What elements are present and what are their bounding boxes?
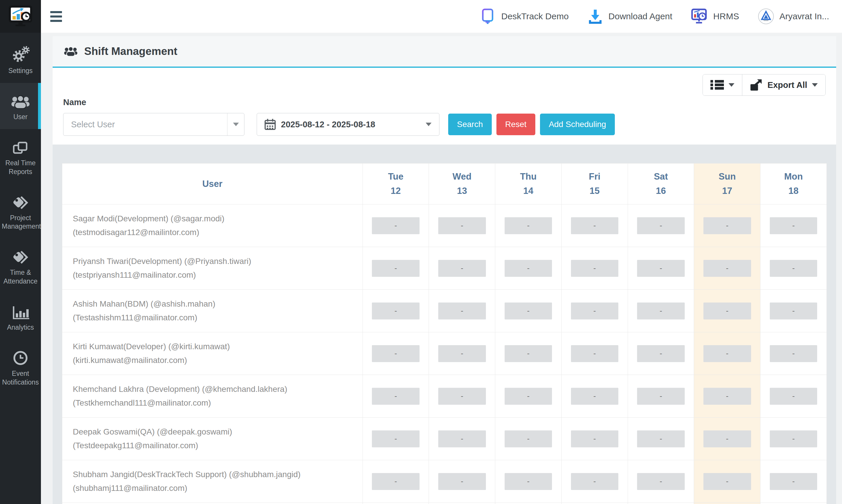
- column-options-button[interactable]: [703, 74, 742, 95]
- user-cell: Priyansh Tiwari(Development) (@Priyansh.…: [62, 247, 363, 290]
- sidebar-item-event-notifications[interactable]: Event Notifications: [0, 340, 41, 395]
- shift-slot-button[interactable]: -: [372, 217, 419, 234]
- shift-cell: -: [362, 460, 429, 503]
- nav-label: Download Agent: [608, 12, 672, 21]
- shift-cell: -: [694, 247, 760, 290]
- shift-slot-button[interactable]: -: [504, 388, 552, 405]
- sidebar-item-label: Analytics: [2, 323, 39, 332]
- shift-slot-button[interactable]: -: [372, 303, 419, 320]
- shift-slot-button[interactable]: -: [637, 473, 685, 490]
- sidebar-item-time-attendance[interactable]: Time & Attendance: [0, 238, 41, 293]
- shift-slot-button[interactable]: -: [637, 260, 685, 277]
- shift-slot-button[interactable]: -: [770, 345, 818, 362]
- shift-slot-button[interactable]: -: [703, 473, 751, 490]
- search-button[interactable]: Search: [448, 113, 492, 135]
- top-header: DeskTrack Demo Download Agent: [41, 0, 842, 33]
- app-logo[interactable]: [0, 0, 41, 33]
- shift-slot-button[interactable]: -: [770, 473, 818, 490]
- shift-slot-button[interactable]: -: [372, 430, 419, 447]
- shift-slot-button[interactable]: -: [438, 260, 486, 277]
- shift-slot-button[interactable]: -: [372, 473, 419, 490]
- toolbar-button-group: Export All: [703, 74, 826, 96]
- nav-desktrack-demo[interactable]: DeskTrack Demo: [480, 8, 569, 24]
- menu-toggle-icon[interactable]: [50, 11, 62, 22]
- shift-slot-button[interactable]: -: [571, 388, 619, 405]
- shift-slot-button[interactable]: -: [438, 388, 486, 405]
- shift-slot-button[interactable]: -: [504, 260, 552, 277]
- shift-cell: -: [495, 375, 562, 418]
- shift-slot-button[interactable]: -: [703, 260, 751, 277]
- shift-cell: -: [628, 332, 694, 375]
- shift-slot-button[interactable]: -: [637, 430, 685, 447]
- shift-slot-button[interactable]: -: [703, 217, 751, 234]
- shift-slot-button[interactable]: -: [504, 217, 552, 234]
- export-all-button[interactable]: Export All: [742, 74, 825, 95]
- shift-cell: -: [362, 418, 429, 460]
- nav-account[interactable]: Aryavrat In...: [758, 8, 829, 24]
- shift-slot-button[interactable]: -: [703, 388, 751, 405]
- shift-slot-button[interactable]: -: [571, 217, 619, 234]
- sidebar-nav: Settings User: [0, 33, 41, 395]
- shift-slot-button[interactable]: -: [504, 473, 552, 490]
- shift-slot-button[interactable]: -: [438, 473, 486, 490]
- shift-slot-button[interactable]: -: [703, 430, 751, 447]
- reset-button[interactable]: Reset: [496, 113, 535, 135]
- user-name-text: Sagar Modi(Development) (@sagar.modi): [73, 212, 362, 226]
- name-filter-label: Name: [63, 97, 826, 107]
- shift-slot-button[interactable]: -: [770, 303, 818, 320]
- shift-slot-button[interactable]: -: [770, 217, 818, 234]
- shift-slot-button[interactable]: -: [571, 473, 619, 490]
- shift-slot-button[interactable]: -: [637, 217, 685, 234]
- list-icon: [710, 79, 724, 91]
- shift-slot-button[interactable]: -: [571, 345, 619, 362]
- shift-cell: -: [561, 290, 628, 332]
- shift-cell: -: [429, 503, 495, 504]
- add-scheduling-button[interactable]: Add Scheduling: [540, 113, 615, 135]
- shift-slot-button[interactable]: -: [438, 430, 486, 447]
- date-range-picker[interactable]: 2025-08-12 - 2025-08-18: [257, 113, 440, 136]
- shift-slot-button[interactable]: -: [438, 345, 486, 362]
- day-column-header: Fri 15: [561, 163, 628, 204]
- shift-cell: -: [561, 247, 628, 290]
- nav-hrms[interactable]: HRMS: [691, 8, 739, 24]
- shift-slot-button[interactable]: -: [372, 345, 419, 362]
- top-nav: DeskTrack Demo Download Agent: [480, 8, 829, 24]
- shift-slot-button[interactable]: -: [372, 260, 419, 277]
- page-title: Shift Management: [84, 45, 177, 57]
- shift-slot-button[interactable]: -: [637, 345, 685, 362]
- select-caret-segment[interactable]: [227, 113, 244, 136]
- shift-slot-button[interactable]: -: [504, 345, 552, 362]
- sidebar-item-project-management[interactable]: Project Management: [0, 184, 41, 239]
- user-select[interactable]: Select User: [63, 113, 244, 136]
- shift-slot-button[interactable]: -: [438, 303, 486, 320]
- shift-slot-button[interactable]: -: [504, 430, 552, 447]
- shift-slot-button[interactable]: -: [438, 217, 486, 234]
- shift-cell: -: [694, 332, 760, 375]
- table-row: Deepak Goswami(QA) (@deepak.goswami) (Te…: [62, 418, 827, 460]
- shift-slot-button[interactable]: -: [372, 388, 419, 405]
- sidebar-item-analytics[interactable]: Analytics: [0, 293, 41, 340]
- shift-slot-button[interactable]: -: [703, 303, 751, 320]
- nav-download-agent[interactable]: Download Agent: [587, 8, 672, 24]
- shift-slot-button[interactable]: -: [637, 388, 685, 405]
- shift-slot-button[interactable]: -: [770, 430, 818, 447]
- sidebar-item-user[interactable]: User: [0, 83, 41, 129]
- sidebar-item-real-time-reports[interactable]: Real Time Reports: [0, 129, 41, 184]
- shift-cell: -: [760, 247, 827, 290]
- shift-slot-button[interactable]: -: [504, 303, 552, 320]
- shift-slot-button[interactable]: -: [571, 260, 619, 277]
- chevron-down-icon: [728, 83, 734, 87]
- shift-slot-button[interactable]: -: [770, 388, 818, 405]
- shift-slot-button[interactable]: -: [571, 430, 619, 447]
- shift-slot-button[interactable]: -: [637, 303, 685, 320]
- shift-slot-button[interactable]: -: [703, 345, 751, 362]
- table-row: Khemchand Lakhra (Development) (@khemcha…: [62, 375, 827, 418]
- chevron-down-icon: [233, 123, 239, 126]
- shift-cell: -: [495, 418, 562, 460]
- shift-slot-button[interactable]: -: [571, 303, 619, 320]
- user-column-header: User: [62, 163, 363, 204]
- shift-cell: -: [495, 290, 562, 332]
- nav-label: HRMS: [714, 12, 739, 21]
- sidebar-item-settings[interactable]: Settings: [0, 37, 41, 83]
- shift-slot-button[interactable]: -: [770, 260, 818, 277]
